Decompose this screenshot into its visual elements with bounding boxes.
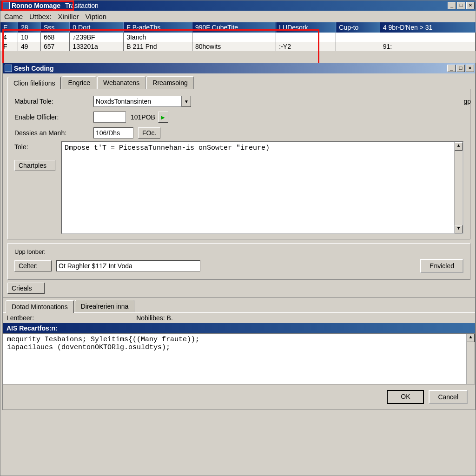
table-header-row: E 28 Sss 0 Dort F B-adeThs 990F CubeTite… [0, 22, 476, 33]
child-titlebar: Sesh Coding _ □ × [3, 63, 475, 73]
lower-pane: Dotad Mintonations Direalrerien inna Len… [3, 298, 475, 410]
cell: :-Y2 [276, 42, 336, 51]
code-body[interactable]: mequrity Iesbaions; Syleitims{((Many fra… [3, 333, 475, 384]
col-2[interactable]: Sss [40, 22, 69, 33]
label-mabural: Mabural Tole: [14, 98, 93, 105]
main-window-controls: _ □ × [448, 2, 475, 9]
title-part-b: Trasitaction [65, 2, 99, 9]
child-close-button[interactable]: × [466, 65, 474, 72]
col-7[interactable]: Cup-to [336, 22, 380, 33]
cell: 668 [40, 33, 69, 42]
child-window: Sesh Coding _ □ × Clion filelitions Engr… [2, 63, 476, 410]
cell [336, 42, 380, 51]
title-part-a: Ronno Momage [12, 2, 60, 9]
status-lentbeer: Lentbeer: [7, 314, 34, 322]
cell [336, 33, 380, 42]
textarea-scrollbar[interactable]: ▲ ▼ [454, 142, 463, 233]
col-0[interactable]: E [0, 22, 18, 33]
form-panel: gp Mabural Tole: ▼ Enable Officler: 101P… [7, 89, 470, 239]
enable-input[interactable] [93, 112, 126, 123]
menu-viption[interactable]: Viption [86, 13, 107, 20]
cell: ♪239BF [70, 33, 124, 42]
dialog-buttons: OK Cancel [3, 384, 475, 410]
table-row[interactable]: 4 10 668 ♪239BF 3Ianch [0, 33, 476, 42]
col-4[interactable]: F B-adeThs [124, 22, 192, 33]
status-row: Lentbeer: Nobilibes: B. [3, 312, 475, 323]
chevron-down-icon[interactable]: ▼ [182, 96, 191, 107]
foc-button[interactable]: FOc. [138, 127, 160, 139]
tole-textarea[interactable]: Dmpose t'T = PicessaTunnehan-is onSowter… [61, 141, 463, 234]
cell: 91: [380, 42, 475, 51]
menubar: Came Uttbex: Xiniller Viption [0, 11, 476, 22]
chartples-button[interactable]: Chartples [14, 160, 55, 171]
scroll-up-icon[interactable]: ▲ [455, 142, 463, 151]
crieals-button[interactable]: Crieals [7, 283, 45, 294]
tab-direalrerien[interactable]: Direalrerien inna [75, 300, 135, 312]
tole-text: Dmpose t'T = PicessaTunnehan-is onSowter… [65, 144, 270, 152]
child-app-icon [5, 65, 12, 72]
app-icon [2, 2, 10, 9]
menu-uttbex[interactable]: Uttbex: [29, 13, 52, 20]
combo-mabural-input[interactable] [93, 96, 182, 107]
data-table: E 28 Sss 0 Dort F B-adeThs 990F CubeTite… [0, 22, 476, 51]
cell: 133201a [70, 42, 124, 51]
enable-code: 101POB [131, 113, 155, 121]
minimize-button[interactable]: _ [448, 2, 456, 9]
menu-came[interactable]: Came [4, 13, 23, 20]
cell: F [0, 42, 18, 51]
ok-button[interactable]: OK [387, 390, 424, 404]
col-8[interactable]: 4 9br-D'Nen > 31 [380, 22, 475, 33]
cell [192, 33, 276, 42]
code-line-1: mequrity Iesbaions; Syleitims{((Many fra… [7, 336, 471, 344]
label-enable: Enable Officler: [14, 113, 93, 121]
envicled-button[interactable]: Envicled [420, 259, 463, 273]
main-titlebar: Ronno Momage Trasitaction _ □ × [0, 0, 476, 11]
scroll-up-icon[interactable]: ▲ [467, 334, 475, 342]
close-button[interactable]: × [466, 2, 475, 9]
tab-dotad[interactable]: Dotad Mintonations [6, 300, 74, 313]
child-maximize-button[interactable]: □ [456, 65, 465, 72]
child-minimize-button[interactable]: _ [447, 65, 456, 72]
status-nobim: Nobilibes: B. [136, 314, 173, 322]
cell: 4 [0, 33, 18, 42]
combo-mabural[interactable]: ▼ [93, 96, 191, 107]
col-5[interactable]: 990F CubeTite [192, 22, 276, 33]
tab-clion[interactable]: Clion filelitions [7, 77, 61, 89]
label-dessies: Dessies an Manh: [14, 129, 93, 137]
tab-rreamsoing[interactable]: Rreamsoing [146, 76, 193, 89]
menu-xiniller[interactable]: Xiniller [58, 13, 79, 20]
right-hint: gp [463, 98, 471, 105]
col-6[interactable]: LUDesork [276, 22, 336, 33]
tabs-bottom: Dotad Mintonations Direalrerien inna [3, 300, 475, 312]
main-title: Ronno Momage Trasitaction [12, 2, 448, 9]
col-1[interactable]: 28 [18, 22, 40, 33]
cell [276, 33, 336, 42]
play-icon[interactable]: ▸ [158, 112, 168, 123]
table-row[interactable]: F 49 657 133201a B 211 Pnd 80howits :-Y2… [0, 42, 476, 51]
tabs-top: Clion filelitions Engrice Webanatens Rre… [3, 73, 475, 89]
main-window: Ronno Momage Trasitaction _ □ × Came Utt… [0, 0, 476, 476]
label-upp: Upp lonber: [14, 248, 463, 255]
celter-button[interactable]: Celter: [14, 260, 52, 271]
child-title: Sesh Coding [14, 65, 447, 72]
dessies-input[interactable] [93, 127, 133, 139]
celter-input[interactable] [56, 260, 200, 271]
cancel-button[interactable]: Cancel [429, 390, 468, 404]
tab-engrice[interactable]: Engrice [62, 76, 96, 89]
upp-panel: Upp lonber: Celter: Envicled [7, 243, 470, 280]
cell [380, 33, 475, 42]
cell: 3Ianch [124, 33, 192, 42]
col-3[interactable]: 0 Dort [70, 22, 124, 33]
cell: B 211 Pnd [124, 42, 192, 51]
cell: 657 [40, 42, 69, 51]
cell: 49 [18, 42, 40, 51]
code-scrollbar[interactable]: ▲ [466, 334, 475, 384]
child-window-controls: _ □ × [447, 65, 474, 72]
cell: 80howits [192, 42, 276, 51]
code-line-2: iapacilaues (doventonOKTORlg.osuldtys); [7, 344, 471, 351]
tab-webanatens[interactable]: Webanatens [97, 76, 145, 89]
code-heading: AIS Recartfos:n: [3, 323, 475, 333]
scroll-down-icon[interactable]: ▼ [455, 225, 463, 233]
cell: 10 [18, 33, 40, 42]
maximize-button[interactable]: □ [457, 2, 465, 9]
